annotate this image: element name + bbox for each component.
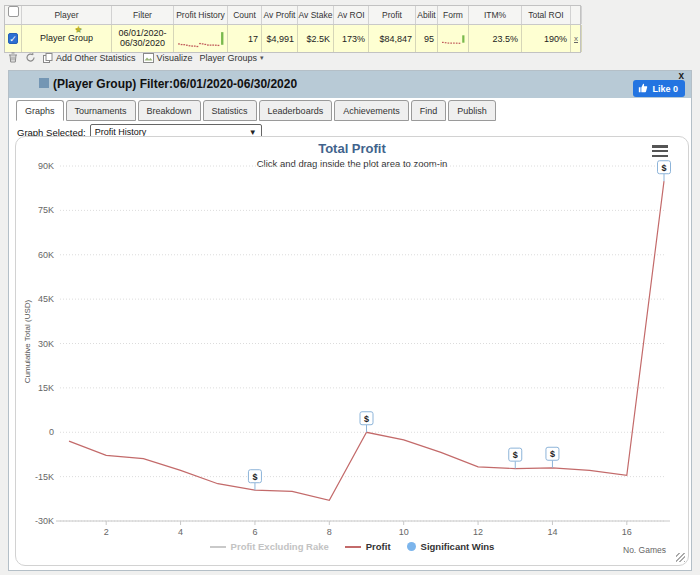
svg-text:$: $ — [661, 163, 666, 173]
col-filter[interactable]: Filter — [112, 6, 174, 24]
results-panel: (Player Group) Filter:06/01/2020-06/30/2… — [8, 70, 692, 571]
panel-square-icon — [39, 78, 49, 88]
profit-history-sparkline — [177, 29, 224, 49]
legend-dash-icon — [345, 546, 361, 548]
av-roi-cell: 173% — [334, 25, 369, 52]
col-player[interactable]: Player — [22, 6, 112, 24]
col-count[interactable]: Count — [228, 6, 262, 24]
x-axis-title: No. Games — [623, 545, 666, 555]
legend-label: Profit — [366, 541, 391, 552]
profit-cell: $84,847 — [369, 25, 416, 52]
chart-card: Total Profit Click and drag inside the p… — [15, 136, 689, 566]
col-itm[interactable]: ITM% — [469, 6, 522, 24]
like-label: Like 0 — [652, 84, 678, 94]
tab-leaderboards[interactable]: Leaderboards — [259, 100, 333, 121]
chevron-down-icon: ▾ — [260, 54, 264, 62]
total-roi-cell: 190% — [522, 25, 571, 52]
panel-header: (Player Group) Filter:06/01/2020-06/30/2… — [9, 71, 691, 98]
row-checkbox-cell[interactable]: ✓ — [5, 25, 22, 52]
chart-legend: Profit Excluding Rake Profit Significant… — [16, 541, 688, 552]
tab-find[interactable]: Find — [411, 100, 447, 121]
table-toolbar: Add Other Statistics Visualize Player Gr… — [8, 51, 263, 64]
legend-item-profit[interactable]: Profit — [345, 541, 391, 552]
svg-text:-30K: -30K — [35, 516, 54, 526]
col-profit-history[interactable]: Profit History — [174, 6, 228, 24]
player-groups-button[interactable]: Player Groups ▾ — [199, 53, 263, 63]
tab-statistics[interactable]: Statistics — [203, 100, 257, 121]
col-av-stake[interactable]: Av Stake — [298, 6, 334, 24]
remove-row-link[interactable]: x — [574, 34, 578, 43]
svg-text:8: 8 — [327, 527, 332, 537]
legend-item-significant-wins[interactable]: Significant Wins — [407, 541, 495, 552]
svg-text:2: 2 — [104, 527, 109, 537]
close-icon[interactable]: x — [678, 70, 684, 81]
visualize-label: Visualize — [157, 53, 193, 63]
svg-text:45K: 45K — [38, 294, 54, 304]
table-row[interactable]: ✓ ★ Player Group 06/01/2020- 06/30/2020 … — [5, 25, 580, 52]
tab-bar: Graphs Tournaments Breakdown Statistics … — [16, 100, 496, 121]
svg-text:12: 12 — [473, 527, 483, 537]
ability-cell: 95 — [416, 25, 438, 52]
tab-tournaments[interactable]: Tournaments — [66, 100, 136, 121]
svg-text:90K: 90K — [38, 161, 54, 171]
svg-text:16: 16 — [622, 527, 632, 537]
svg-text:$: $ — [513, 450, 518, 460]
tab-graphs[interactable]: Graphs — [16, 100, 64, 121]
row-checkbox[interactable]: ✓ — [8, 33, 18, 44]
profit-chart-plot[interactable]: -30K-15K015K30K45K60K75K90K246810121416$… — [16, 137, 689, 566]
tab-publish[interactable]: Publish — [448, 100, 496, 121]
col-form[interactable]: Form — [438, 6, 469, 24]
like-button[interactable]: Like 0 — [633, 80, 685, 97]
legend-label: Profit Excluding Rake — [231, 541, 329, 552]
visualize-button[interactable]: Visualize — [143, 53, 193, 63]
svg-text:10: 10 — [399, 527, 409, 537]
av-stake-cell: $2.5K — [298, 25, 334, 52]
filter-cell: 06/01/2020- 06/30/2020 — [112, 25, 174, 52]
tab-achievements[interactable]: Achievements — [334, 100, 409, 121]
player-stats-table: Player Filter Profit History Count Av Pr… — [4, 5, 581, 53]
legend-dash-icon — [210, 546, 226, 548]
refresh-icon[interactable] — [25, 52, 36, 63]
copy-icon — [43, 53, 53, 63]
thumbs-up-icon — [638, 83, 648, 95]
legend-label: Significant Wins — [421, 541, 495, 552]
medal-icon: ★ — [74, 25, 82, 33]
trash-icon[interactable] — [8, 52, 18, 63]
svg-text:60K: 60K — [38, 250, 54, 260]
svg-text:0: 0 — [49, 427, 54, 437]
player-groups-label: Player Groups — [199, 53, 257, 63]
svg-text:6: 6 — [252, 527, 257, 537]
add-other-statistics-button[interactable]: Add Other Statistics — [43, 53, 136, 63]
col-total-roi[interactable]: Total ROI — [522, 6, 571, 24]
add-other-statistics-label: Add Other Statistics — [56, 53, 136, 63]
legend-item-profit-excluding-rake[interactable]: Profit Excluding Rake — [210, 541, 329, 552]
svg-text:15K: 15K — [38, 383, 54, 393]
svg-text:30K: 30K — [38, 339, 54, 349]
av-profit-cell: $4,991 — [262, 25, 298, 52]
svg-text:$: $ — [364, 414, 369, 424]
col-av-roi[interactable]: Av ROI — [334, 6, 369, 24]
svg-text:$: $ — [252, 472, 257, 482]
profit-history-sparkline-cell — [174, 25, 228, 52]
svg-text:75K: 75K — [38, 205, 54, 215]
app-screen: Player Filter Profit History Count Av Pr… — [0, 0, 700, 575]
tab-breakdown[interactable]: Breakdown — [138, 100, 201, 121]
resize-grip[interactable] — [676, 553, 685, 562]
svg-text:-15K: -15K — [35, 472, 54, 482]
col-ability[interactable]: Abilit — [416, 6, 438, 24]
table-header-row: Player Filter Profit History Count Av Pr… — [5, 6, 580, 25]
count-cell: 17 — [228, 25, 262, 52]
col-profit[interactable]: Profit — [369, 6, 416, 24]
form-sparkline — [441, 32, 465, 46]
select-all-checkbox-cell[interactable] — [5, 6, 22, 24]
svg-text:14: 14 — [547, 527, 557, 537]
filter-date-to: 06/30/2020 — [120, 39, 165, 49]
image-icon — [143, 53, 154, 63]
player-name: Player Group — [40, 33, 93, 43]
select-all-checkbox[interactable] — [8, 6, 19, 17]
player-cell[interactable]: ★ Player Group — [22, 25, 112, 52]
col-spacer — [571, 6, 582, 24]
svg-text:$: $ — [550, 449, 555, 459]
panel-title: (Player Group) Filter:06/01/2020-06/30/2… — [53, 77, 297, 91]
col-av-profit[interactable]: Av Profit — [262, 6, 298, 24]
